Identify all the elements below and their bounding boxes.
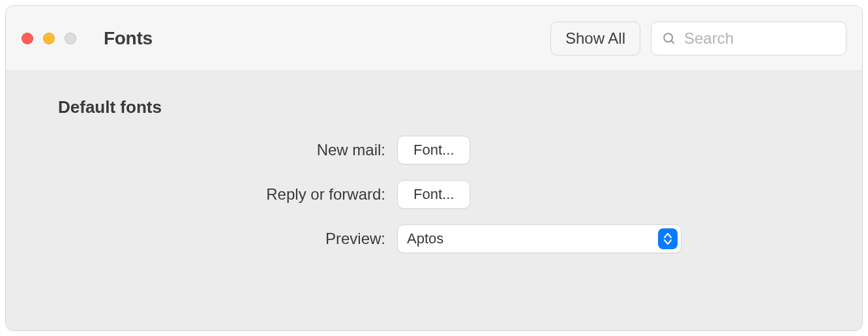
row-reply-forward: Reply or forward: Font...	[58, 180, 810, 209]
control-reply-forward: Font...	[397, 180, 470, 209]
preview-font-selected-value: Aptos	[407, 230, 672, 247]
reply-forward-font-button[interactable]: Font...	[397, 180, 470, 209]
window-title: Fonts	[104, 28, 153, 49]
control-new-mail: Font...	[397, 136, 470, 164]
minimize-window-button[interactable]	[43, 33, 55, 44]
label-reply-forward: Reply or forward:	[58, 185, 397, 204]
show-all-label: Show All	[565, 29, 625, 48]
section-heading-default-fonts: Default fonts	[58, 97, 810, 117]
close-window-button[interactable]	[22, 33, 33, 44]
label-new-mail: New mail:	[58, 141, 397, 159]
content-area: Default fonts New mail: Font... Reply or…	[6, 71, 862, 330]
search-icon	[662, 31, 676, 46]
new-mail-font-button-label: Font...	[413, 142, 454, 159]
zoom-window-button	[65, 33, 76, 44]
svg-line-1	[671, 40, 674, 44]
svg-point-0	[664, 33, 672, 42]
new-mail-font-button[interactable]: Font...	[397, 136, 470, 164]
row-preview: Preview: Aptos	[58, 224, 810, 253]
search-field[interactable]	[651, 22, 846, 55]
label-preview: Preview:	[58, 230, 397, 248]
window-controls	[22, 33, 76, 44]
updown-arrows-icon	[658, 228, 678, 249]
toolbar-right: Show All	[550, 22, 846, 55]
row-new-mail: New mail: Font...	[58, 136, 810, 164]
reply-forward-font-button-label: Font...	[413, 186, 454, 203]
preferences-window: Fonts Show All Default fonts New mail:	[5, 5, 863, 331]
search-input[interactable]	[684, 29, 863, 48]
control-preview: Aptos	[397, 224, 681, 253]
show-all-button[interactable]: Show All	[550, 22, 640, 55]
titlebar: Fonts Show All	[6, 6, 862, 71]
preview-font-select[interactable]: Aptos	[397, 224, 681, 253]
